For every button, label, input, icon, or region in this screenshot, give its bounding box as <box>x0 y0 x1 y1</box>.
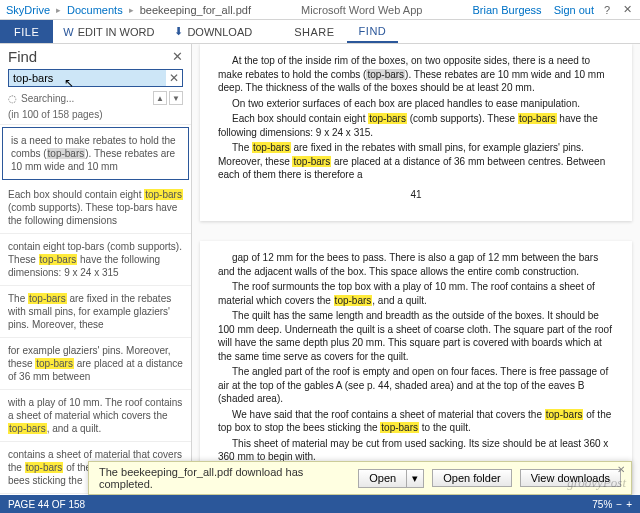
chevron-right-icon: ▸ <box>129 5 134 15</box>
open-dropdown-button[interactable]: ▾ <box>406 469 424 488</box>
chevron-right-icon: ▸ <box>56 5 61 15</box>
zoom-level: 75% <box>592 499 612 510</box>
clear-input-icon[interactable]: ✕ <box>166 71 182 85</box>
sign-out-link[interactable]: Sign out <box>554 4 594 16</box>
find-input[interactable] <box>9 70 166 86</box>
share-tab[interactable]: SHARE <box>282 20 346 43</box>
find-title: Find <box>8 48 172 65</box>
breadcrumb-file: beekeeping_for_all.pdf <box>140 4 251 16</box>
find-tab[interactable]: FIND <box>347 20 399 43</box>
close-notification-icon[interactable]: ✕ <box>617 464 625 475</box>
breadcrumb-folder[interactable]: Documents <box>67 4 123 16</box>
download-notification-bar: ✕ The beekeeping_for_all.pdf download ha… <box>88 461 632 495</box>
find-result-item[interactable]: contain eight top-bars (comb supports). … <box>0 234 191 286</box>
document-view[interactable]: At the top of the inside rim of the boxe… <box>192 44 640 495</box>
find-count: (in 100 of 158 pages) <box>0 109 191 124</box>
page-indicator[interactable]: PAGE 44 OF 158 <box>8 499 85 510</box>
page: At the top of the inside rim of the boxe… <box>200 44 632 221</box>
find-status-text: Searching... <box>21 93 149 104</box>
find-result-item[interactable]: The top-bars are fixed in the rebates wi… <box>0 286 191 338</box>
breadcrumb-root[interactable]: SkyDrive <box>6 4 50 16</box>
find-results-list[interactable]: is a need to make rebates to hold the co… <box>0 124 191 495</box>
user-name[interactable]: Brian Burgess <box>473 4 542 16</box>
find-result-item[interactable]: for example glaziers' pins. Moreover, th… <box>0 338 191 390</box>
open-button[interactable]: Open <box>358 469 406 488</box>
download-button[interactable]: ⬇DOWNLOAD <box>164 20 262 43</box>
page: gap of 12 mm for the bees to pass. There… <box>200 241 632 495</box>
zoom-in-icon[interactable]: + <box>626 499 632 510</box>
help-icon[interactable]: ? <box>600 4 614 16</box>
find-result-item[interactable]: with a play of 10 mm. The roof contains … <box>0 390 191 442</box>
close-find-icon[interactable]: ✕ <box>172 49 183 64</box>
next-result-button[interactable]: ▼ <box>169 91 183 105</box>
status-bar: PAGE 44 OF 158 75% − + <box>0 495 640 513</box>
file-tab[interactable]: FILE <box>0 20 53 43</box>
find-panel: Find ✕ ✕ ◌ Searching... ▲▼ (in 100 of 15… <box>0 44 192 495</box>
find-result-item[interactable]: Each box should contain eight top-bars (… <box>0 182 191 234</box>
app-title: Microsoft Word Web App <box>257 4 467 16</box>
close-icon[interactable]: ✕ <box>620 3 634 16</box>
prev-result-button[interactable]: ▲ <box>153 91 167 105</box>
download-icon: ⬇ <box>174 25 183 38</box>
view-downloads-button[interactable]: View downloads <box>520 469 621 487</box>
edit-in-word-button[interactable]: WEDIT IN WORD <box>53 20 164 43</box>
open-folder-button[interactable]: Open folder <box>432 469 511 487</box>
spinner-icon: ◌ <box>8 93 17 104</box>
download-message: The beekeeping_for_all.pdf download has … <box>99 466 350 490</box>
word-icon: W <box>63 26 73 38</box>
find-result-item[interactable]: is a need to make rebates to hold the co… <box>2 127 189 180</box>
zoom-out-icon[interactable]: − <box>616 499 622 510</box>
